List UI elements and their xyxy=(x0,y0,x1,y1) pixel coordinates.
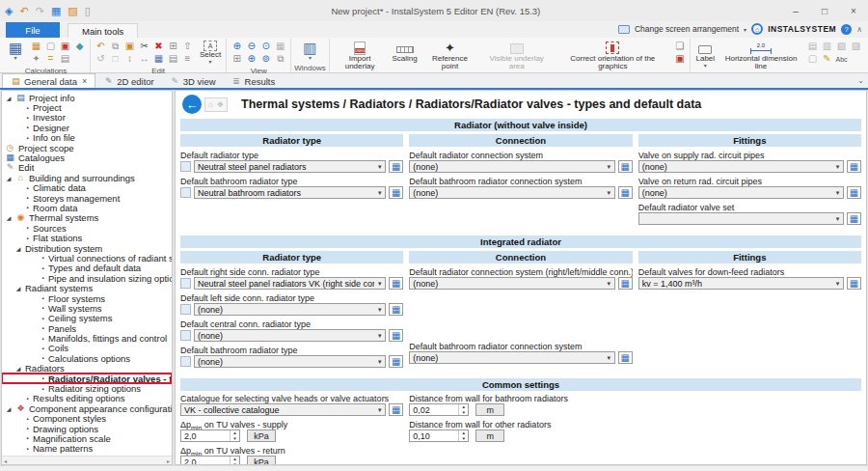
correct-orientation-button[interactable]: Correct orientation of the graphics xyxy=(556,41,669,71)
tree-item-storeys-management[interactable]: ▪Storeys management xyxy=(2,193,172,203)
spinner-pmin-on-tu-valves-supply[interactable]: 2,0▴▾ xyxy=(180,429,240,442)
list-icon[interactable]: ≡ xyxy=(180,53,195,65)
save-icon[interactable]: ▦ xyxy=(51,6,61,16)
pen-icon[interactable]: ✎ xyxy=(820,53,834,65)
import-underlay-button[interactable]: Import underlay xyxy=(333,41,388,71)
spinner-arrows-icon[interactable]: ▴▾ xyxy=(230,457,239,464)
file-tab[interactable]: File xyxy=(6,22,60,38)
tree-item-component-styles[interactable]: ▪Component styles xyxy=(2,414,172,424)
horizontal-dimension-line-button[interactable]: 2.0 Horizontal dimension line ▾ xyxy=(719,41,802,77)
layers-icon[interactable]: ▤ xyxy=(166,53,180,65)
catalogue-button[interactable]: ▦ xyxy=(389,355,403,368)
unit-button[interactable]: kPa xyxy=(247,456,276,464)
scroll-right-icon[interactable]: ▸ xyxy=(167,457,170,464)
tree-item-results-editing-options[interactable]: ▪Results editing options xyxy=(2,394,172,403)
spinner-arrows-icon[interactable]: ▴▾ xyxy=(458,430,468,441)
tree-item-radiant-systems[interactable]: ◢Radiant systems xyxy=(2,283,172,292)
catalogue-button[interactable]: ▦ xyxy=(389,160,403,173)
spinner-distance-from-wall-for-bathroom-radiators[interactable]: 0,02▴▾ xyxy=(409,403,469,416)
catalogue-button[interactable]: ▦ xyxy=(389,329,403,342)
dropdown-default-bathroom-radiator-connection-syste[interactable]: (none)▾ xyxy=(409,351,614,364)
graphic-hatch-icon[interactable]: ▧ xyxy=(834,41,849,52)
dropdown-default-bathroom-radiator-type[interactable]: (none)▾ xyxy=(194,355,386,368)
tree-item-magnification-scale[interactable]: ▪Magnification scale xyxy=(2,433,172,443)
dropdown-valve-on-supply-rad-circuit-pipes[interactable]: (none)▾ xyxy=(638,160,844,173)
zoom-out-icon[interactable]: ⊖ xyxy=(244,41,258,52)
tree-item-wall-systems[interactable]: ▪Wall systems xyxy=(2,303,172,313)
tree-item-types-and-default-data[interactable]: ▪Types and default data xyxy=(2,263,172,273)
spinner-distance-from-wall-for-other-radiators[interactable]: 0,10▴▾ xyxy=(409,429,469,442)
zoom-extents-icon[interactable]: ⊕ xyxy=(244,53,258,65)
tree-item-building-and-surroundings[interactable]: ◢⌂Building and surroundings xyxy=(2,173,172,182)
spinner-arrows-icon[interactable]: ▴▾ xyxy=(230,430,239,441)
dropdown-default-valves-for-down-feed-radiators[interactable]: kv = 1,400 m³/h▾ xyxy=(638,277,844,290)
tree-item-thermal-systems[interactable]: ◢◉Thermal systems xyxy=(2,213,172,223)
spinner-arrows-icon[interactable]: ▴▾ xyxy=(458,404,468,415)
flip-horizontal-icon[interactable]: ↔ xyxy=(137,53,151,65)
undo-icon[interactable]: ↶ xyxy=(19,6,28,16)
zoom-selection-icon[interactable]: ⊚ xyxy=(258,53,273,65)
label-button[interactable]: Label ▾ xyxy=(693,41,717,69)
dropdown-catalogue-for-selecting-valve-heads-or-val[interactable]: VK - collective catalogue▾ xyxy=(180,403,386,416)
catalogue-button[interactable]: ▦ xyxy=(618,351,633,364)
graphic-lines-icon[interactable]: ▥ xyxy=(820,41,834,52)
graphic-frame-icon[interactable]: ▢ xyxy=(805,53,820,65)
tree-item-manifolds-fittings-and-control[interactable]: ▪Manifolds, fittings and control xyxy=(2,333,172,343)
dropdown-default-bathroom-radiator-connection-syste[interactable]: (none)▾ xyxy=(409,186,614,199)
flip-vertical-icon[interactable]: ↕ xyxy=(122,53,137,65)
dropdown-default-bathroom-radiator-type[interactable]: Neutral bathroom radiators▾ xyxy=(194,186,386,199)
open-folder-icon[interactable]: ▨ xyxy=(68,6,77,16)
catalogue-button[interactable]: ▦ xyxy=(618,277,633,290)
report-icon[interactable]: ▤ xyxy=(58,53,72,65)
underlay-delete-icon[interactable]: ▣ xyxy=(672,53,687,65)
back-button[interactable]: ← xyxy=(182,95,202,114)
windows-button[interactable]: ▥ ▾ xyxy=(299,41,320,61)
tree-item-coils[interactable]: ▪Coils xyxy=(2,344,172,353)
main-tools-tab[interactable]: Main tools xyxy=(68,23,138,38)
undo-icon[interactable]: ↶ xyxy=(94,41,108,52)
expander-icon[interactable]: ◢ xyxy=(14,285,22,291)
settings-icon[interactable]: ✦ xyxy=(29,53,43,65)
tree-item-radiators-radiator-valves-types-and-defaul[interactable]: ▪Radiators/Radiator valves - types and d… xyxy=(2,374,172,383)
tree-item-virtual-connections-of-radiant-systems[interactable]: ▪Virtual connections of radiant systems xyxy=(2,253,172,263)
tree-item-project-info[interactable]: ◢▤Project info xyxy=(2,93,172,102)
tab-list-button[interactable]: ⌄ xyxy=(857,76,864,85)
tree-item-designer[interactable]: ▪Designer xyxy=(2,123,172,132)
expander-icon[interactable]: ◢ xyxy=(5,175,13,181)
catalogue-button[interactable]: ▦ xyxy=(618,160,633,173)
help-icon[interactable]: ? xyxy=(841,24,852,35)
collapse-ribbon-icon[interactable]: ∧ xyxy=(856,25,862,34)
move-up-icon[interactable]: ⇧ xyxy=(180,41,195,52)
calculations-button[interactable]: ▦ ▾ xyxy=(5,41,26,61)
delete-icon[interactable]: ✖ xyxy=(151,41,166,52)
catalogue-button[interactable]: ▦ xyxy=(847,277,861,290)
dropdown-default-right-side-conn-radiator-type[interactable]: Neutral steel panel radiators VK (right … xyxy=(194,277,386,290)
history-icon[interactable]: ❖ xyxy=(217,100,224,109)
expander-icon[interactable]: ◢ xyxy=(14,245,22,252)
spinner-pmin-on-tu-valves-return[interactable]: 2,0▴▾ xyxy=(180,456,240,464)
tree-item-flat-stations[interactable]: ▪Flat stations xyxy=(2,233,172,242)
zoom-window-icon[interactable]: ⊙ xyxy=(258,41,273,52)
tree-item-edit[interactable]: ✎Edit xyxy=(2,163,172,173)
tree-item-distribution-system[interactable]: ◢Distribution system xyxy=(2,243,172,253)
maximize-button[interactable]: □ xyxy=(810,0,839,21)
tab-2d-editor[interactable]: ✎2D editor xyxy=(95,74,162,88)
dropdown-default-radiator-valve-set[interactable]: ▾ xyxy=(638,212,844,225)
unit-button[interactable]: kPa xyxy=(247,429,276,442)
close-icon[interactable]: × xyxy=(82,76,87,86)
tab-3d-view[interactable]: ✎3D view xyxy=(162,74,224,88)
tab-general-data[interactable]: ▤General data× xyxy=(2,73,95,88)
tree-item-pipe-and-insulation-sizing-options[interactable]: ▪Pipe and insulation sizing options xyxy=(2,273,172,283)
unit-button[interactable]: m xyxy=(475,403,504,416)
cut-icon[interactable]: ✂ xyxy=(137,41,151,52)
tree-item-investor[interactable]: ▪Investor xyxy=(2,113,172,123)
dropdown-valve-on-return-rad-circuit-pipes[interactable]: (none)▾ xyxy=(638,186,844,199)
catalogue-button[interactable]: ▦ xyxy=(847,186,861,199)
minimize-button[interactable]: – xyxy=(781,0,810,21)
dropdown-default-radiator-connection-system-right-l[interactable]: (none)▾ xyxy=(409,277,614,290)
tree-item-name-patterns[interactable]: ▪Name patterns xyxy=(2,444,172,454)
reference-point-button[interactable]: ✦ Reference point xyxy=(422,41,478,71)
tree-item-sources[interactable]: ▪Sources xyxy=(2,223,172,233)
copy-icon[interactable]: ⧉ xyxy=(108,41,122,52)
tree-item-project[interactable]: ▪Project xyxy=(2,102,172,112)
